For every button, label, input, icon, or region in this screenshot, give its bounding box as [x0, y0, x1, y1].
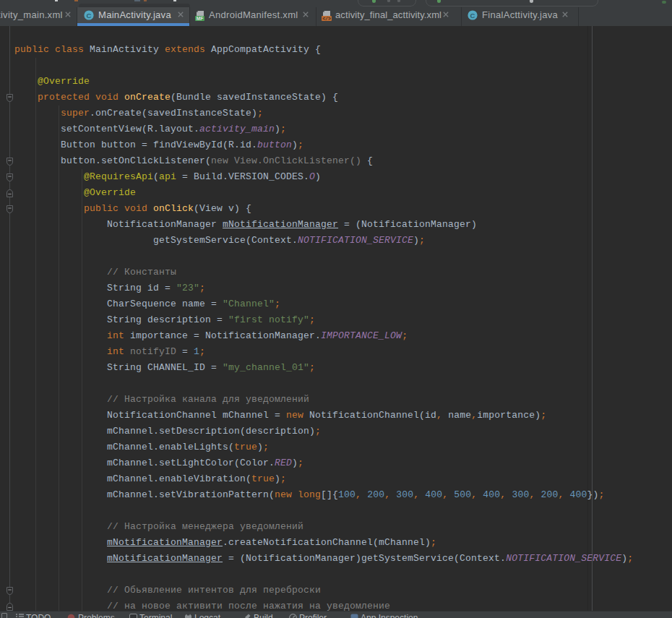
svg-text:</>: </> [322, 17, 331, 22]
svg-text:MF: MF [197, 16, 204, 21]
svg-text:C: C [87, 12, 92, 20]
svg-text:C: C [470, 12, 475, 20]
